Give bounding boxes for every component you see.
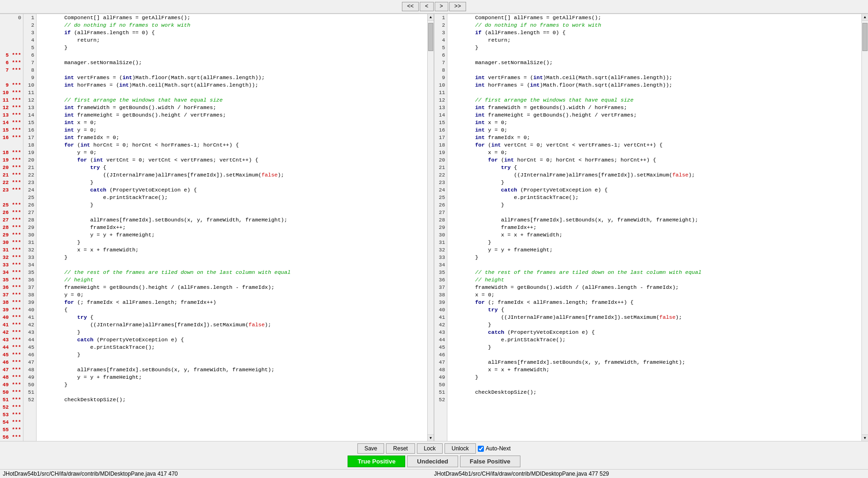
auto-next-checkbox[interactable] xyxy=(478,446,484,452)
right-line-40: try { xyxy=(449,306,860,314)
right-scroll-up[interactable]: ▲ xyxy=(862,14,868,21)
left-code-panel: 0 5 *** 6 *** 7 *** 9 *** 10 *** 11 *** … xyxy=(0,14,434,441)
right-line-17: int frameIdx = 0; xyxy=(449,134,860,141)
right-line-7: manager.setNormalSize(); xyxy=(449,59,860,66)
marker-27: 27 *** xyxy=(0,216,23,224)
right-scroll-track[interactable] xyxy=(862,21,868,434)
reset-button[interactable]: Reset xyxy=(386,443,415,454)
marker-33: 33 *** xyxy=(0,261,23,269)
marker-43: 43 *** xyxy=(0,336,23,344)
right-line-numbers: 1 2 3 4 5 6 7 8 9 10 11 12 13 14 15 16 1… xyxy=(434,14,447,441)
auto-next-label[interactable]: Auto-Next xyxy=(478,445,511,452)
left-line-23: } xyxy=(38,179,425,186)
nav-first-button[interactable]: << xyxy=(402,2,419,11)
left-code-content[interactable]: Component[] allFrames = getAllFrames(); … xyxy=(37,14,427,441)
marker-9: 9 *** xyxy=(0,81,23,89)
false-positive-button[interactable]: False Positive xyxy=(460,456,520,467)
left-vscrollbar[interactable]: ▲ ▼ xyxy=(427,14,434,441)
right-line-38: x = 0; xyxy=(449,291,860,299)
marker-41: 41 *** xyxy=(0,321,23,329)
undecided-button[interactable]: Undecided xyxy=(407,456,458,467)
marker-19: 19 *** xyxy=(0,156,23,164)
left-line-26: } xyxy=(38,201,425,209)
right-line-51: checkDesktopSize(); xyxy=(449,389,860,396)
right-line-48: x = x + frameWidth; xyxy=(449,366,860,374)
right-line-10: int horFrames = (int)Math.floor(Math.sqr… xyxy=(449,81,860,89)
left-line-13: int frameWidth = getBounds().width / hor… xyxy=(38,104,425,111)
marker-42: 42 *** xyxy=(0,329,23,336)
marker-5: 5 *** xyxy=(0,51,23,59)
marker-31: 31 *** xyxy=(0,246,23,254)
marker-23: 23 *** xyxy=(0,186,23,194)
right-line-8 xyxy=(449,66,860,74)
left-line-9: int vertFrames = (int)Math.floor(Math.sq… xyxy=(38,74,425,81)
right-line-35: // the rest of the frames are tiled down… xyxy=(449,269,860,276)
right-line-14: int frameHeight = getBounds().height / v… xyxy=(449,111,860,119)
left-line-42: ((JInternalFrame)allFrames[frameIdx]).se… xyxy=(38,321,425,329)
marker-0: 0 xyxy=(0,14,23,22)
unlock-button[interactable]: Unlock xyxy=(445,443,476,454)
right-line-13: int frameWidth = getBounds().width / hor… xyxy=(449,104,860,111)
marker-15: 15 *** xyxy=(0,126,23,134)
left-scroll-thumb[interactable] xyxy=(428,23,433,51)
left-scroll-track[interactable] xyxy=(428,21,434,434)
marker-53: 53 *** xyxy=(0,411,23,419)
left-line-45: e.printStackTrace(); xyxy=(38,344,425,351)
left-line-30: y = y + frameHeight; xyxy=(38,231,425,239)
right-line-27 xyxy=(449,209,860,216)
left-scroll-up[interactable]: ▲ xyxy=(428,14,434,21)
right-line-28: allFrames[frameIdx].setBounds(x, y, fram… xyxy=(449,216,860,224)
right-line-12: // first arrange the windows that have e… xyxy=(449,96,860,104)
right-line-24: catch (PropertyVetoException e) { xyxy=(449,186,860,194)
right-scroll-thumb[interactable] xyxy=(862,23,868,51)
marker-26: 26 *** xyxy=(0,209,23,216)
left-line-35: // the rest of the frames are tiled down… xyxy=(38,269,425,276)
marker-2 xyxy=(0,29,23,37)
left-line-48: allFrames[frameIdx].setBounds(x, y, fram… xyxy=(38,366,425,374)
right-vscrollbar[interactable]: ▲ ▼ xyxy=(861,14,868,441)
nav-prev-button[interactable]: < xyxy=(420,2,433,11)
left-line-25: e.printStackTrace(); xyxy=(38,194,425,201)
left-line-49: y = y + frameHeight; xyxy=(38,374,425,381)
marker-25: 25 *** xyxy=(0,201,23,209)
right-line-52 xyxy=(449,396,860,404)
marker-22: 22 *** xyxy=(0,179,23,186)
left-line-47 xyxy=(38,359,425,366)
save-button[interactable]: Save xyxy=(357,443,384,454)
left-line-41: try { xyxy=(38,314,425,321)
lock-button[interactable]: Lock xyxy=(417,443,443,454)
marker-51: 51 *** xyxy=(0,396,23,404)
right-code-content[interactable]: Component[] allFrames = getAllFrames(); … xyxy=(447,14,861,441)
left-line-16: int y = 0; xyxy=(38,126,425,134)
right-line-15: int x = 0; xyxy=(449,119,860,126)
left-line-46: } xyxy=(38,351,425,359)
marker-35: 35 *** xyxy=(0,276,23,284)
left-line-37: frameHeight = getBounds().height / (allF… xyxy=(38,284,425,291)
marker-52: 52 *** xyxy=(0,404,23,411)
marker-49: 49 *** xyxy=(0,381,23,389)
left-line-18: for (int horCnt = 0; horCnt < horFrames-… xyxy=(38,141,425,149)
right-line-25: e.printStackTrace(); xyxy=(449,194,860,201)
marker-39: 39 *** xyxy=(0,306,23,314)
marker-34: 34 *** xyxy=(0,269,23,276)
left-line-11 xyxy=(38,89,425,96)
marker-44: 44 *** xyxy=(0,344,23,351)
marker-10: 10 *** xyxy=(0,89,23,96)
marker-56: 56 *** xyxy=(0,434,23,441)
marker-32: 32 *** xyxy=(0,254,23,261)
right-scroll-down[interactable]: ▼ xyxy=(862,434,868,441)
right-line-31: } xyxy=(449,239,860,246)
marker-29: 29 *** xyxy=(0,231,23,239)
left-line-6 xyxy=(38,51,425,59)
marker-18: 18 *** xyxy=(0,149,23,156)
left-line-39: for (; frameIdx < allFrames.length; fram… xyxy=(38,299,425,306)
status-left: JHotDraw54b1/src/CH/ifa/draw/contrib/MDI… xyxy=(3,471,434,477)
left-line-7: manager.setNormalSize(); xyxy=(38,59,425,66)
auto-next-text: Auto-Next xyxy=(486,445,511,452)
nav-last-button[interactable]: >> xyxy=(449,2,466,11)
left-scroll-down[interactable]: ▼ xyxy=(428,434,434,441)
right-line-16: int y = 0; xyxy=(449,126,860,134)
marker-46: 46 *** xyxy=(0,359,23,366)
true-positive-button[interactable]: True Positive xyxy=(348,456,405,467)
nav-next-button[interactable]: > xyxy=(435,2,448,11)
